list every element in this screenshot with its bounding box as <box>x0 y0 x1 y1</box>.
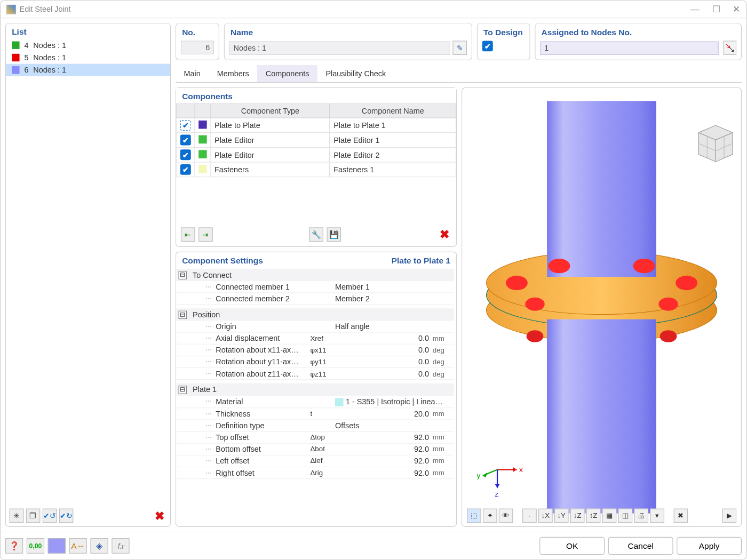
vp-tool-12[interactable]: ✖ <box>674 509 688 523</box>
label-icon[interactable]: A↔ <box>69 538 87 554</box>
tree-row[interactable]: ⋯Top offsetΔtop92.0mm <box>176 431 454 443</box>
svg-text:y: y <box>476 471 480 479</box>
settings-title: Component Settings <box>182 256 263 266</box>
tree-row[interactable]: ⋯Definition typeOffsets <box>176 420 454 431</box>
comp-save-icon[interactable]: 💾 <box>327 227 341 242</box>
pick-node-icon[interactable] <box>724 41 736 55</box>
viewport-3d[interactable]: x y z <box>462 87 742 527</box>
tree-group[interactable]: ⊟Plate 1 <box>176 383 454 396</box>
tree-row[interactable]: ⋯Rotation about y11-ax…φy110.0deg <box>176 356 454 368</box>
comp-add-icon[interactable]: 🔧 <box>309 227 323 242</box>
vp-tool-1[interactable]: ✦ <box>483 509 497 523</box>
vp-tool-3[interactable]: ∙ <box>522 509 537 523</box>
vp-tool-8[interactable]: ▦ <box>602 509 617 523</box>
cancel-button[interactable]: Cancel <box>608 537 673 555</box>
svg-point-13 <box>660 330 677 342</box>
todesign-checkbox[interactable]: ✔ <box>482 41 493 51</box>
tab-bar: MainMembersComponentsPlausibility Check <box>176 65 742 83</box>
vp-tool-0[interactable]: ⬚ <box>467 509 481 523</box>
window-controls: — ☐ ✕ <box>690 4 741 14</box>
col-name: Component Name <box>330 103 456 118</box>
apply-button[interactable]: Apply <box>677 537 742 555</box>
list-items: 4Nodes : 15Nodes : 16Nodes : 1 <box>6 39 170 505</box>
list-title: List <box>6 23 170 39</box>
tree-row[interactable]: ⋯Thicknesst20.0mm <box>176 408 454 420</box>
vp-tool-10[interactable]: 🖨 <box>634 509 648 523</box>
tree-group[interactable]: ⊟Position <box>176 308 454 321</box>
tree-row[interactable]: ⋯Connected member 2Member 2 <box>176 293 454 305</box>
components-table: Component Type Component Name ✔Plate to … <box>176 103 456 177</box>
svg-marker-22 <box>495 484 500 488</box>
svg-point-11 <box>527 330 544 342</box>
vp-tool-9[interactable]: ◫ <box>618 509 633 523</box>
edit-name-icon[interactable]: ✎ <box>452 41 467 55</box>
vp-tool-2[interactable]: 👁 <box>499 509 513 523</box>
tree-row[interactable]: ⋯Rotation about x11-ax…φx110.0deg <box>176 345 454 356</box>
list-check-icon[interactable]: ✔↺ <box>43 509 57 523</box>
tree-group[interactable]: ⊟To Connect <box>176 269 454 281</box>
svg-point-5 <box>506 276 528 290</box>
minimize-icon[interactable]: — <box>690 4 700 14</box>
globe-icon[interactable]: ◈ <box>90 538 108 554</box>
ok-button[interactable]: OK <box>539 537 605 555</box>
collapse-icon[interactable]: ⊟ <box>178 271 187 279</box>
list-item[interactable]: 4Nodes : 1 <box>6 39 170 51</box>
settings-tree: ⊟To Connect⋯Connected member 1Member 1⋯C… <box>176 269 456 482</box>
vp-tool-6[interactable]: ↓Z <box>570 509 585 523</box>
tab-main[interactable]: Main <box>176 65 209 82</box>
tree-row[interactable]: ⋯Connected member 1Member 1 <box>176 281 454 293</box>
comp-movedown-icon[interactable]: ⇥ <box>198 227 213 242</box>
collapse-icon[interactable]: ⊟ <box>178 310 187 319</box>
viewport-toolbar: ⬚✦👁∙↓X↓Y↓Z↕Z▦◫🖨▾✖▶ <box>467 509 736 523</box>
svg-marker-16 <box>513 467 517 472</box>
collapse-icon[interactable]: ⊟ <box>178 386 187 394</box>
component-row[interactable]: ✔FastenersFasteners 1 <box>177 162 456 177</box>
tree-row[interactable]: ⋯Right offsetΔrig92.0mm <box>176 467 454 479</box>
svg-point-6 <box>549 259 570 273</box>
tab-plausibility-check[interactable]: Plausibility Check <box>317 65 394 82</box>
todesign-panel: To Design ✔ <box>477 23 530 60</box>
col-type: Component Type <box>211 103 330 118</box>
list-checkall-icon[interactable]: ✔↻ <box>59 509 74 523</box>
list-item[interactable]: 6Nodes : 1 <box>6 64 170 76</box>
tree-row[interactable]: ⋯Bottom offsetΔbot92.0mm <box>176 443 454 455</box>
units-icon[interactable]: 0,00 <box>27 538 44 554</box>
tab-components[interactable]: Components <box>257 65 317 82</box>
component-row[interactable]: ✔Plate to PlatePlate to Plate 1 <box>177 118 456 133</box>
tab-members[interactable]: Members <box>209 65 257 82</box>
list-copy-icon[interactable]: ❐ <box>26 509 41 523</box>
vp-tool-4[interactable]: ↓X <box>538 509 553 523</box>
comp-delete-icon[interactable]: ✖ <box>438 227 452 242</box>
close-icon[interactable]: ✕ <box>733 4 740 14</box>
fx-icon[interactable]: f𝑥 <box>112 538 129 554</box>
window: Edit Steel Joint — ☐ ✕ List 4Nodes : 15N… <box>0 0 747 560</box>
tree-row[interactable]: ⋯Rotation about z11-ax…φz110.0deg <box>176 368 454 380</box>
vp-tool-5[interactable]: ↓Y <box>554 509 569 523</box>
vp-tool-13[interactable]: ▶ <box>722 509 736 523</box>
svg-text:z: z <box>495 490 499 498</box>
name-label: Name <box>225 23 472 39</box>
tree-row[interactable]: ⋯OriginHalf angle <box>176 321 454 332</box>
svg-point-10 <box>658 298 678 311</box>
assigned-input[interactable] <box>540 41 719 54</box>
component-row[interactable]: ✔Plate EditorPlate Editor 2 <box>177 147 456 162</box>
todesign-label: To Design <box>478 23 529 39</box>
vp-tool-7[interactable]: ↕Z <box>586 509 601 523</box>
name-panel: Name Nodes : 1 ✎ <box>224 23 472 60</box>
maximize-icon[interactable]: ☐ <box>712 4 720 14</box>
list-delete-icon[interactable]: ✖ <box>153 509 167 523</box>
list-swatch <box>12 54 19 61</box>
list-item[interactable]: 5Nodes : 1 <box>6 51 170 63</box>
dialog-footer: ❓ 0,00 A↔ ◈ f𝑥 OK Cancel Apply <box>1 532 746 559</box>
component-row[interactable]: ✔Plate EditorPlate Editor 1 <box>177 133 456 148</box>
svg-point-8 <box>676 276 697 290</box>
tree-row[interactable]: ⋯Left offsetΔlef92.0mm <box>176 455 454 467</box>
help-icon[interactable]: ❓ <box>5 538 23 554</box>
tree-row[interactable]: ⋯Axial displacementXref0.0mm <box>176 333 454 345</box>
color-icon[interactable] <box>48 538 66 554</box>
vp-tool-11[interactable]: ▾ <box>650 509 664 523</box>
no-panel: No. 6 <box>176 23 219 60</box>
tree-row[interactable]: ⋯Material1 - S355 | Isotropic | Linea… <box>176 396 454 408</box>
comp-moveup-icon[interactable]: ⇤ <box>181 227 195 242</box>
list-new-icon[interactable]: ✳ <box>10 509 24 523</box>
